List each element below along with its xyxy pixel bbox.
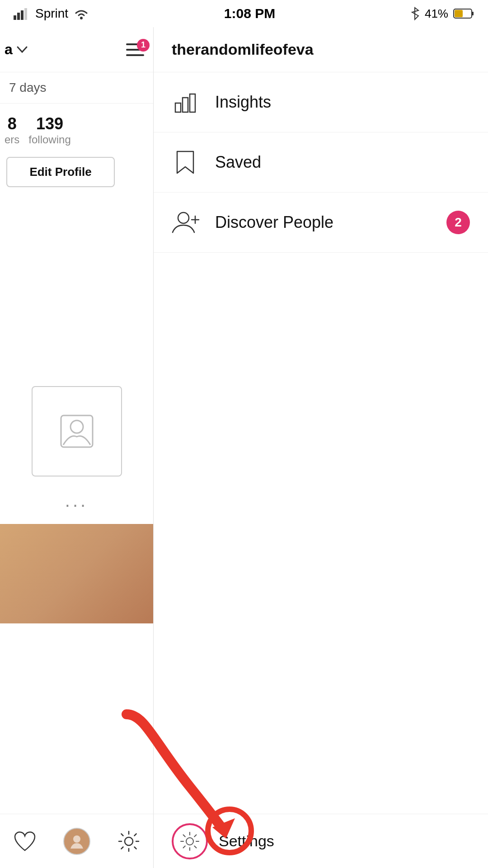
insights-menu-item[interactable]: Insights: [154, 72, 488, 132]
bar-chart-icon: [174, 90, 197, 114]
settings-gear-icon[interactable]: [172, 823, 208, 859]
chevron-down-icon: [17, 47, 27, 53]
svg-rect-6: [472, 12, 474, 15]
profile-avatar[interactable]: [63, 828, 90, 855]
three-dots-menu[interactable]: ···: [0, 495, 153, 515]
following-stat: 139 following: [28, 114, 70, 146]
following-number: 139: [36, 114, 63, 133]
svg-rect-0: [14, 15, 16, 20]
carrier-label: Sprint: [35, 6, 68, 21]
gear-icon: [180, 831, 200, 851]
main-layout: a 1 7 days 8 ers: [0, 27, 488, 868]
heart-icon[interactable]: [13, 830, 37, 852]
followers-stat: 8 ers: [5, 114, 19, 146]
followers-number: 8: [8, 114, 17, 133]
svg-rect-2: [21, 10, 23, 20]
profile-content-area: [0, 187, 153, 368]
svg-point-4: [80, 17, 83, 19]
right-panel: therandomlifeofeva Insights Saved: [154, 27, 488, 868]
days-label: 7 days: [0, 72, 153, 104]
settings-row[interactable]: Settings: [154, 814, 488, 868]
bottom-navigation: [0, 814, 154, 868]
settings-small-icon[interactable]: [117, 830, 141, 853]
avatar-icon: [69, 833, 85, 849]
profile-username-partial: a: [5, 41, 27, 58]
signal-icon: [14, 7, 30, 20]
insights-icon: [172, 89, 199, 116]
svg-rect-1: [17, 13, 20, 20]
discover-people-badge: 2: [446, 211, 470, 234]
insights-label: Insights: [215, 93, 470, 112]
svg-rect-12: [175, 103, 181, 112]
right-header: therandomlifeofeva: [154, 27, 488, 72]
photo-placeholder: [32, 386, 122, 476]
discover-people-menu-item[interactable]: Discover People 2: [154, 193, 488, 253]
saved-icon: [172, 149, 199, 176]
svg-point-10: [73, 835, 80, 843]
discover-people-label: Discover People: [215, 213, 430, 232]
bluetooth-icon: [410, 7, 419, 20]
edit-profile-button[interactable]: Edit Profile: [6, 157, 115, 187]
status-right: 41%: [410, 7, 474, 21]
wifi-icon: [74, 8, 89, 19]
battery-percent: 41%: [425, 7, 448, 21]
status-time: 1:08 PM: [224, 6, 275, 21]
right-username: therandomlifeofeva: [172, 41, 314, 58]
stats-row: 8 ers 139 following: [0, 104, 153, 157]
svg-rect-7: [455, 10, 463, 17]
status-left: Sprint: [14, 6, 89, 21]
followers-label: ers: [5, 133, 19, 146]
hamburger-badge: 1: [137, 39, 150, 52]
post-thumbnail: [0, 524, 153, 623]
battery-icon: [454, 8, 474, 19]
svg-rect-3: [24, 8, 27, 20]
svg-point-15: [178, 212, 189, 223]
svg-point-9: [70, 420, 83, 433]
bookmark-icon: [175, 150, 195, 175]
following-label: following: [28, 133, 70, 146]
discover-people-icon: [172, 209, 199, 236]
svg-rect-14: [190, 94, 195, 112]
svg-point-11: [125, 837, 133, 845]
saved-label: Saved: [215, 153, 470, 172]
saved-menu-item[interactable]: Saved: [154, 132, 488, 193]
username-partial: a: [5, 41, 13, 58]
photo-placeholder-icon: [59, 413, 95, 449]
menu-button[interactable]: 1: [126, 43, 144, 56]
svg-rect-13: [183, 98, 188, 112]
settings-label: Settings: [219, 832, 274, 850]
left-topbar: a 1: [0, 27, 153, 72]
add-person-icon: [172, 211, 199, 234]
status-bar: Sprint 1:08 PM 41%: [0, 0, 488, 27]
left-panel: a 1 7 days 8 ers: [0, 27, 154, 868]
svg-point-18: [186, 838, 193, 845]
